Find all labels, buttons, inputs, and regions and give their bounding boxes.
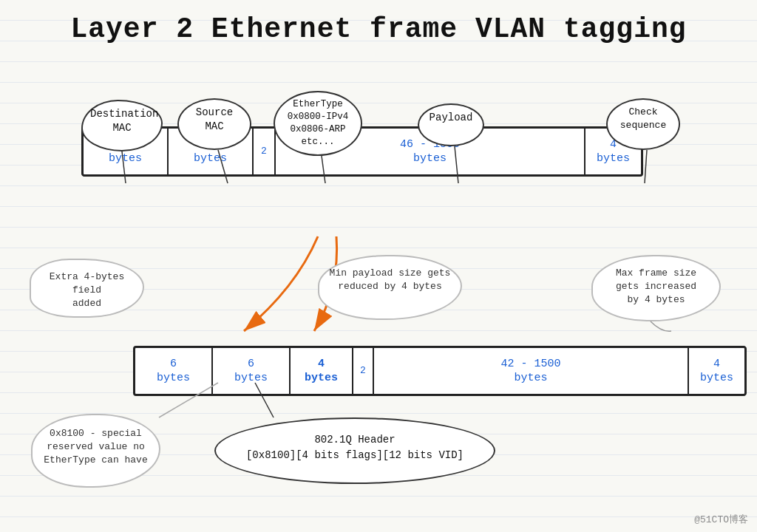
- cell-dst-mac2: 6 bytes: [135, 348, 213, 394]
- page: Layer 2 Ethernet frame VLAN tagging 6 by…: [0, 0, 757, 532]
- bubble-ethertype: EtherType 0x0800-IPv4 0x0806-ARP etc...: [274, 91, 362, 156]
- oval-dot1q: 802.1Q Header [0x8100][4 bits flags][12 …: [214, 417, 495, 484]
- page-title: Layer 2 Ethernet frame VLAN tagging: [0, 0, 757, 45]
- bubble-src-mac: Source MAC: [177, 98, 251, 150]
- watermark: @51CTO博客: [694, 513, 748, 526]
- bottom-frame: 6 bytes 6 bytes 4 bytes 2 42 - 1500 byte…: [133, 346, 747, 396]
- cloud-reserved: 0x8100 - special reserved value no Ether…: [31, 414, 160, 488]
- bubble-check: Check sequence: [606, 98, 680, 150]
- svg-line-4: [645, 150, 647, 183]
- cell-check-bot: 4 bytes: [689, 348, 744, 394]
- cell-src-mac2: 6 bytes: [213, 348, 291, 394]
- cell-ethertype-bot: 2: [353, 348, 374, 394]
- cloud-min-payload: Min payload size gets reduced by 4 bytes: [318, 255, 462, 320]
- cloud-extra-field: Extra 4-bytes field added: [30, 259, 144, 318]
- top-frame: 6 bytes 6 bytes 2 46 - 1500 bytes 4 byte…: [81, 126, 643, 177]
- cell-payload-bot: 42 - 1500 bytes: [374, 348, 689, 394]
- cell-vlan-tag: 4 bytes: [291, 348, 353, 394]
- cell-ethertype-top: 2: [254, 129, 276, 174]
- cloud-max-frame: Max frame size gets increased by 4 bytes: [591, 255, 721, 321]
- bubble-payload: Payload: [418, 103, 484, 146]
